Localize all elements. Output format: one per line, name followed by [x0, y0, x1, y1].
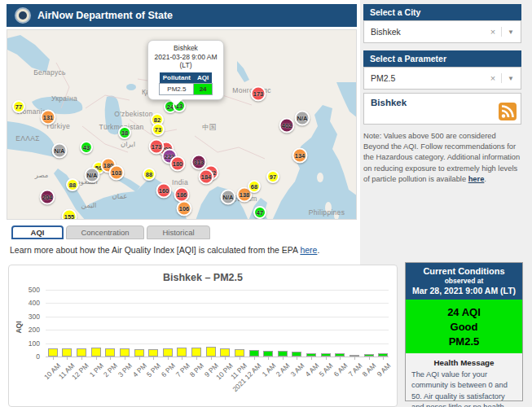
- aqi-marker-73[interactable]: 73: [152, 123, 165, 136]
- aqi-marker-186[interactable]: 186: [174, 187, 190, 203]
- popup-col-aqi: AQI: [194, 72, 212, 84]
- select-city-section: Select a City Bishkek × ▼: [363, 4, 521, 43]
- chart-x-tickmark: [225, 357, 226, 360]
- chart-x-tickmark: [311, 357, 312, 360]
- chart-bar-10-pm[interactable]: [220, 348, 230, 357]
- chart-x-label: 10 AM: [42, 361, 62, 381]
- health-message-body: The AQI value for your community is betw…: [406, 370, 522, 407]
- map-country-label: Philippines: [309, 208, 345, 217]
- app-header: AirNow Department of State: [7, 4, 357, 27]
- chart-bar-6-pm[interactable]: [163, 348, 173, 357]
- aqi-map[interactable]: БеларусьУкраїнаRomaniaTürkiyeΕΛΛΑΣمصرالس…: [7, 29, 357, 220]
- aqi-marker-68[interactable]: 68: [248, 180, 261, 193]
- chart-bar-4-pm[interactable]: [134, 349, 144, 357]
- aqi-marker-n/a[interactable]: N/A: [295, 111, 310, 126]
- chevron-down-icon[interactable]: ▼: [502, 28, 514, 36]
- city-select-value: Bishkek: [371, 27, 485, 37]
- chart-x-label: 5 PM: [145, 361, 162, 379]
- aqi-marker-106[interactable]: 106: [177, 201, 192, 217]
- parameter-select[interactable]: PM2.5 × ▼: [363, 67, 521, 90]
- aqi-marker-n/a[interactable]: N/A: [221, 190, 236, 205]
- parameter-select-value: PM2.5: [371, 73, 485, 83]
- aqi-marker-n/a[interactable]: N/A: [85, 168, 100, 183]
- aqi-marker-88[interactable]: 88: [143, 168, 156, 181]
- aqi-marker-134[interactable]: 134: [292, 148, 308, 164]
- chart-bar-11-pm[interactable]: [235, 349, 244, 357]
- aqi-marker-n/a[interactable]: N/A: [52, 143, 68, 159]
- map-popup: Bishkek 2021-03-28 9:00 AM (LT) Pollutan…: [147, 40, 224, 100]
- aqi-marker-131[interactable]: 131: [41, 110, 56, 125]
- chart-x-tickmark: [240, 357, 240, 360]
- current-aqi-value: 24 AQI: [447, 306, 481, 318]
- health-message-block: Health Message The AQI value for your co…: [406, 358, 522, 407]
- aqi-marker-402[interactable]: 402: [279, 118, 295, 133]
- chart-x-label: 1 AM: [260, 361, 277, 379]
- observed-at-label: observed at: [406, 277, 522, 285]
- tab-historical[interactable]: Historical: [147, 225, 210, 239]
- rss-city-label: Bishkek: [371, 98, 407, 107]
- chart-bar-2021-12-am[interactable]: [249, 350, 259, 357]
- chart-bar-8-pm[interactable]: [191, 348, 201, 357]
- map-country-label: Україна: [51, 94, 77, 103]
- chart-x-label: 5 AM: [318, 361, 335, 379]
- app-title: AirNow Department of State: [37, 10, 173, 21]
- chart-x-tickmark: [369, 357, 370, 360]
- chevron-down-icon[interactable]: ▼: [502, 75, 514, 82]
- chart-x-label: 4 AM: [303, 361, 320, 379]
- chart-bar-5-pm[interactable]: [148, 349, 158, 357]
- aqi-marker-77[interactable]: 77: [12, 100, 25, 113]
- chart-x-tickmark: [67, 357, 68, 360]
- aqi-note: Note: Values above 500 are considered Be…: [363, 131, 523, 185]
- aqi-marker-184[interactable]: 184: [199, 169, 214, 185]
- chart-bar-9-pm[interactable]: [206, 347, 216, 357]
- chart-bar-12-pm[interactable]: [77, 348, 86, 357]
- chart-bar-1-pm[interactable]: [91, 348, 101, 357]
- aqi-marker-97[interactable]: 97: [266, 170, 279, 183]
- chart-bar-7-pm[interactable]: [177, 348, 187, 357]
- chart-bar-10-am[interactable]: [48, 348, 58, 357]
- map-country-label: ايران: [121, 140, 135, 148]
- chart-x-tickmark: [383, 357, 384, 360]
- note-here-link[interactable]: here: [468, 175, 485, 183]
- rss-icon[interactable]: [499, 103, 517, 120]
- aqi-marker-103[interactable]: 103: [109, 165, 125, 181]
- aqi-marker-155[interactable]: 155: [62, 209, 77, 221]
- aqi-marker-204[interactable]: 204: [40, 190, 55, 205]
- chart-bar-3-pm[interactable]: [120, 348, 130, 357]
- city-select[interactable]: Bishkek × ▼: [363, 20, 521, 43]
- chart-x-label: 6 PM: [160, 361, 177, 379]
- popup-col-pollutant: Pollutant: [160, 72, 194, 84]
- chart-x-label: 3 AM: [289, 361, 306, 379]
- aqi-marker-88[interactable]: 88: [66, 178, 79, 191]
- popup-timezone: (LT): [152, 61, 220, 70]
- select-parameter-section: Select a Parameter PM2.5 × ▼: [363, 50, 521, 90]
- chart-x-label: 9 AM: [375, 361, 392, 379]
- chart-bar-2-am[interactable]: [278, 351, 288, 357]
- aqi-marker-38[interactable]: 38: [118, 126, 131, 139]
- tab-aqi[interactable]: AQI: [11, 225, 64, 239]
- chart-x-tickmark: [297, 357, 297, 360]
- map-country-label: O'zbekiston: [114, 110, 152, 118]
- chart-x-tickmark: [96, 357, 97, 360]
- chart-bar-2-pm[interactable]: [105, 348, 115, 357]
- chart-x-tickmark: [168, 357, 169, 360]
- aqi-marker-180[interactable]: 180: [170, 156, 186, 172]
- aqi-marker-160[interactable]: 160: [156, 183, 172, 199]
- map-country-label: عمان: [112, 192, 128, 200]
- chart-bar-11-am[interactable]: [62, 348, 72, 357]
- chart-bar-1-am[interactable]: [263, 351, 273, 357]
- dos-seal-icon: [15, 7, 31, 24]
- aqi-marker-47[interactable]: 47: [253, 206, 266, 219]
- observed-at-datetime: Mar 28, 2021 9:00 AM (LT): [406, 286, 522, 295]
- clear-icon[interactable]: ×: [485, 27, 502, 37]
- chart-x-tickmark: [283, 357, 284, 360]
- clear-icon[interactable]: ×: [485, 73, 502, 83]
- chart-x-tickmark: [53, 357, 54, 360]
- current-conditions-title: Current Conditions: [406, 266, 522, 276]
- aqi-marker-43[interactable]: 43: [80, 141, 93, 154]
- aqi-marker-173[interactable]: 173: [251, 86, 266, 102]
- epa-link[interactable]: here: [300, 245, 317, 255]
- chart-x-tickmark: [125, 357, 125, 360]
- tab-concentration[interactable]: Concentration: [66, 225, 144, 239]
- learn-more-before: Learn more about how the Air Quality Ind…: [10, 245, 300, 255]
